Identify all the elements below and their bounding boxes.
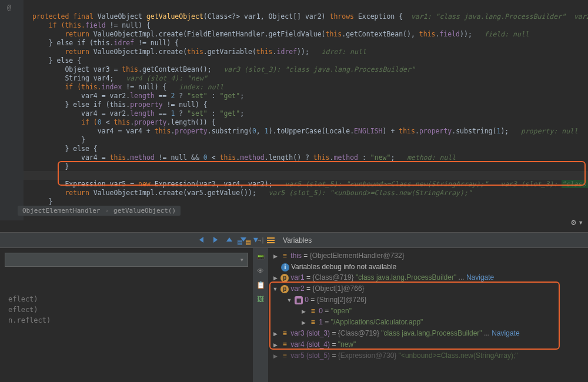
prev-frame-icon[interactable] [197, 236, 205, 244]
frames-list[interactable]: eflect) eflect) n.reflect) [0, 290, 253, 329]
frames-header: ▼ [0, 233, 253, 248]
restore-layout-icon[interactable]: →| [258, 237, 265, 243]
variables-tree[interactable]: ▶ ≡this = {ObjectElementHandler@732} iVa… [268, 248, 588, 382]
filter-icon[interactable]: ▼ [253, 235, 258, 244]
breadcrumb-method[interactable]: getValueObject() [113, 207, 176, 215]
navigate-link[interactable]: Navigate [492, 329, 519, 337]
variables-icon [267, 237, 275, 243]
thread-selector[interactable]: ▾ [5, 253, 248, 267]
variables-title: Variables [283, 236, 312, 244]
gear-icon[interactable]: ⚙ [571, 217, 576, 227]
watch-icon[interactable]: 👁 [257, 267, 264, 275]
up-frame-icon[interactable] [225, 236, 233, 244]
info-icon: i [281, 263, 289, 272]
navigate-link[interactable]: Navigate [466, 273, 494, 282]
dump-threads-icon[interactable]: ▤ [238, 237, 242, 246]
chevron-right-icon: › [105, 207, 109, 215]
next-frame-icon[interactable] [211, 236, 219, 244]
code-area[interactable]: protected final ValueObject getValueObje… [32, 4, 588, 215]
breadcrumb[interactable]: ObjectElementHandler › getValueObject() [18, 206, 181, 216]
chevron-down-icon[interactable]: ▾ [579, 217, 583, 227]
view-icon[interactable]: 🖼 [257, 295, 264, 303]
sort-threads-icon[interactable]: ▤ [246, 237, 250, 246]
copy-icon[interactable]: 📋 [256, 281, 265, 289]
evaluate-icon[interactable]: 📟 [256, 253, 265, 261]
breadcrumb-class[interactable]: ObjectElementHandler [22, 207, 100, 215]
chevron-down-icon: ▾ [240, 256, 244, 264]
override-marker: @ [7, 4, 11, 12]
